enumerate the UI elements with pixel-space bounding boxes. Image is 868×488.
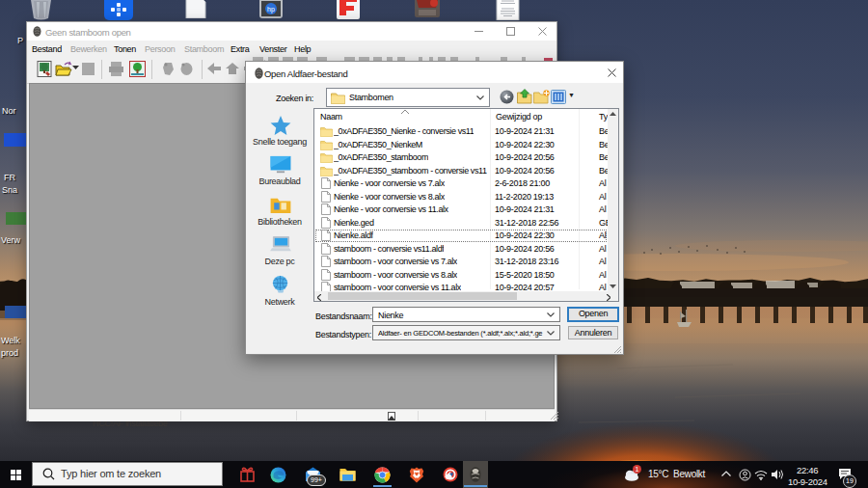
svg-text:hp: hp	[267, 6, 275, 14]
